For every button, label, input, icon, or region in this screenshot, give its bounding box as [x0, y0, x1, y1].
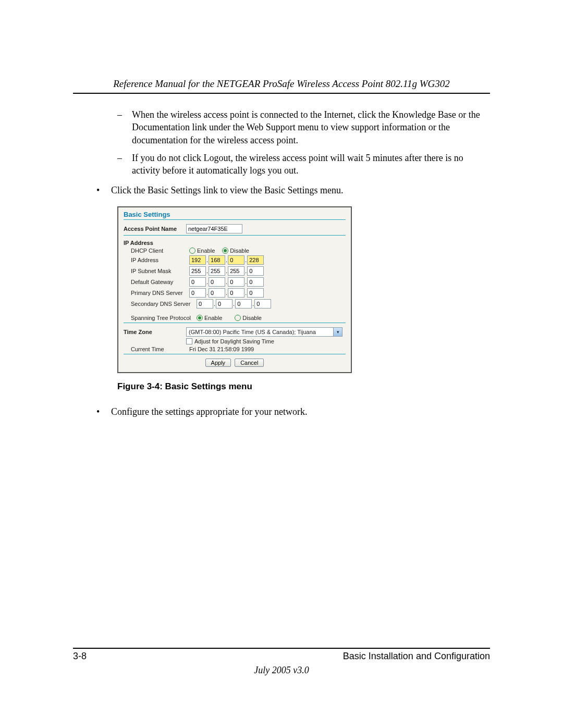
- subnet-octet[interactable]: [228, 266, 244, 276]
- dash-item: – When the wireless access point is conn…: [117, 108, 490, 146]
- sdns-octet[interactable]: [254, 299, 271, 309]
- enable-label: Enable: [204, 315, 222, 321]
- dst-checkbox[interactable]: [186, 338, 192, 344]
- divider: [124, 354, 346, 354]
- divider: [124, 323, 346, 323]
- figure-caption: Figure 3-4: Basic Settings menu: [117, 381, 490, 392]
- section-title: Basic Installation and Configuration: [343, 651, 490, 662]
- panel-title: Basic Settings: [124, 211, 346, 218]
- dash-text: If you do not click Logout, the wireless…: [132, 152, 490, 177]
- apn-input[interactable]: [186, 224, 242, 233]
- apply-button[interactable]: Apply: [205, 359, 231, 367]
- version-line: July 2005 v3.0: [73, 665, 490, 676]
- sdns-octet[interactable]: [216, 299, 232, 309]
- ip-addr-label: IP Address: [124, 257, 189, 263]
- gateway-octet[interactable]: [189, 277, 206, 287]
- bullet-text: Click the Basic Settings link to view th…: [111, 184, 343, 196]
- bullet-item: • Configure the settings appropriate for…: [96, 405, 490, 418]
- subnet-octet[interactable]: [247, 266, 264, 276]
- dst-label: Adjust for Daylight Saving Time: [194, 338, 274, 344]
- stp-label: Spanning Tree Protocol: [124, 315, 197, 321]
- sdns-octet[interactable]: [197, 299, 213, 309]
- ip-octet[interactable]: [228, 255, 244, 265]
- pdns-octet[interactable]: [228, 288, 244, 298]
- footer-rule: [73, 648, 490, 649]
- sdns-label: Secondary DNS Server: [124, 301, 197, 307]
- timezone-value: (GMT-08:00) Pacific Time (US & Canada); …: [189, 329, 316, 335]
- ip-octet[interactable]: [247, 255, 264, 265]
- stp-disable-radio[interactable]: [235, 315, 241, 321]
- sdns-octet[interactable]: [235, 299, 252, 309]
- ip-octet[interactable]: [209, 255, 225, 265]
- tz-label: Time Zone: [124, 329, 186, 335]
- bullet-text: Configure the settings appropriate for y…: [111, 405, 307, 418]
- pdns-octet[interactable]: [247, 288, 264, 298]
- divider: [124, 235, 346, 236]
- dhcp-enable-radio[interactable]: [189, 248, 195, 254]
- apn-label: Access Point Name: [124, 226, 186, 232]
- bullet-item: • Click the Basic Settings link to view …: [96, 184, 490, 196]
- page-number: 3-8: [73, 651, 87, 662]
- timezone-select[interactable]: (GMT-08:00) Pacific Time (US & Canada); …: [186, 327, 342, 337]
- subnet-label: IP Subnet Mask: [124, 268, 189, 274]
- gateway-octet[interactable]: [209, 277, 225, 287]
- gateway-octet[interactable]: [247, 277, 264, 287]
- enable-label: Enable: [197, 248, 215, 254]
- pdns-octet[interactable]: [189, 288, 206, 298]
- subnet-octet[interactable]: [189, 266, 206, 276]
- gateway-octet[interactable]: [228, 277, 244, 287]
- stp-enable-radio[interactable]: [197, 315, 203, 321]
- disable-label: Disable: [230, 248, 249, 254]
- header-rule: [73, 93, 490, 94]
- ip-octet[interactable]: [189, 255, 206, 265]
- dhcp-disable-radio[interactable]: [222, 248, 228, 254]
- figure-basic-settings: Basic Settings Access Point Name IP Addr…: [117, 206, 490, 373]
- dhcp-label: DHCP Client: [124, 248, 189, 254]
- dash-item: – If you do not click Logout, the wirele…: [117, 152, 490, 177]
- page-header: Reference Manual for the NETGEAR ProSafe…: [73, 78, 490, 90]
- pdns-label: Primary DNS Server: [124, 290, 189, 296]
- current-time-value: Fri Dec 31 21:58:09 1999: [189, 346, 254, 352]
- disable-label: Disable: [242, 315, 262, 321]
- current-time-label: Current Time: [124, 346, 189, 352]
- divider: [124, 219, 346, 220]
- subnet-octet[interactable]: [209, 266, 225, 276]
- cancel-button[interactable]: Cancel: [235, 359, 264, 367]
- chevron-down-icon: ▾: [333, 328, 342, 336]
- dash-text: When the wireless access point is connec…: [132, 108, 490, 146]
- pdns-octet[interactable]: [209, 288, 225, 298]
- gateway-label: Default Gateway: [124, 279, 189, 285]
- ip-heading: IP Address: [124, 240, 186, 246]
